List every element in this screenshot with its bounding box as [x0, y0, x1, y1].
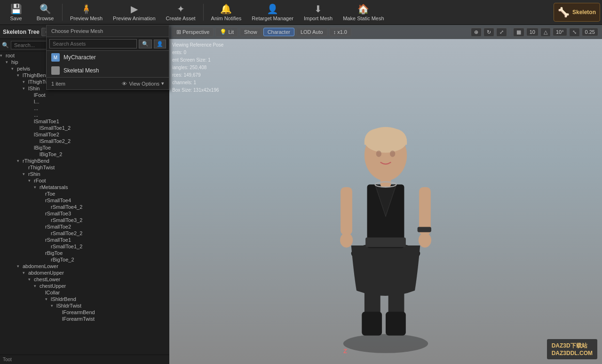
tree-item[interactable]: ▾rShin — [0, 171, 169, 177]
make-static-mesh-button[interactable]: 🏠 Make Static Mesh — [338, 1, 388, 24]
tree-item[interactable]: rSmallToe4_2 — [0, 204, 169, 210]
asset-item-skeletal-mesh[interactable]: Skeletal Mesh — [47, 64, 169, 77]
toolbar-divider-1 — [62, 4, 63, 21]
viewport-right-controls: ⊕ ↻ ⤢ ▦ 10 △ 10° — [467, 25, 602, 39]
tree-item[interactable]: lCollar — [0, 289, 169, 296]
lod-button[interactable]: LOD Auto — [296, 28, 327, 36]
tree-item-label: rSmallToe1_2 — [51, 244, 82, 249]
tree-expand-icon[interactable]: ▾ — [34, 284, 40, 288]
tree-item[interactable]: ▾rMetatarsals — [0, 184, 169, 190]
tree-item-label: rFoot — [34, 178, 46, 183]
browse-button[interactable]: 🔍 Browse — [31, 1, 59, 24]
anim-notifies-button[interactable]: 🔔 Anim Notifies — [206, 1, 246, 24]
tree-item[interactable]: lBigToe — [0, 144, 169, 151]
search-button[interactable]: 🔍 — [139, 40, 152, 48]
preview-animation-button[interactable]: ▶ Preview Animation — [108, 1, 160, 24]
tree-item[interactable]: rSmallToe3_2 — [0, 217, 169, 223]
tree-expand-icon[interactable]: ▾ — [23, 79, 28, 84]
tree-item[interactable]: ... — [0, 105, 169, 111]
tree-item[interactable]: lSmallToe2_2 — [0, 138, 169, 144]
tree-item[interactable]: lForearmTwist — [0, 316, 169, 322]
tree-item[interactable]: ▾chestUpper — [0, 283, 169, 289]
preview-mesh-button[interactable]: 🧍 Preview Mesh — [65, 1, 107, 24]
tree-item[interactable]: rToe — [0, 190, 169, 197]
grid-size-display[interactable]: 10 — [526, 28, 539, 36]
tree-expand-icon[interactable]: ▾ — [0, 53, 6, 58]
tree-item[interactable]: rSmallToe1_2 — [0, 243, 169, 250]
tree-item-label: ... — [34, 112, 38, 118]
search-user-button[interactable]: 👤 — [154, 40, 166, 48]
tree-item[interactable]: l... — [0, 98, 169, 105]
tree-expand-icon[interactable]: ▾ — [28, 277, 34, 282]
show-button[interactable]: Show — [240, 28, 261, 36]
import-mesh-button[interactable]: ⬇ Import Mesh — [299, 1, 337, 24]
tree-expand-icon[interactable]: ▾ — [34, 185, 40, 190]
tree-item[interactable]: rBigToe_2 — [0, 256, 169, 263]
tree-expand-icon[interactable]: ▾ — [23, 172, 28, 176]
tree-expand-icon[interactable]: ▾ — [17, 158, 23, 163]
tree-expand-icon[interactable]: ▾ — [11, 66, 17, 71]
tree-item[interactable]: ▾abdomenUpper — [0, 269, 169, 276]
tree-item[interactable]: ▾lShldrBend — [0, 296, 169, 302]
save-button[interactable]: 💾 Save — [2, 1, 30, 24]
tree-expand-icon[interactable]: ▾ — [23, 86, 28, 91]
perspective-button[interactable]: ⊞ Perspective — [172, 27, 214, 37]
tree-expand-icon[interactable]: ▾ — [45, 297, 51, 301]
retarget-manager-button[interactable]: 👤 Retarget Manager — [247, 1, 298, 24]
tree-item[interactable]: rSmallToe1 — [0, 237, 169, 243]
scale-button[interactable]: ↕ x1.0 — [329, 28, 351, 36]
angle-icon: △ — [544, 29, 547, 35]
tree-item[interactable]: lBigToe_2 — [0, 151, 169, 158]
rotate-button[interactable]: ↻ — [483, 28, 494, 37]
tree-expand-icon[interactable]: ▾ — [28, 178, 34, 183]
angle-button[interactable]: △ — [540, 28, 551, 37]
scale-value-display[interactable]: 0.25 — [582, 28, 598, 36]
asset-item-mycharacter[interactable]: M MyCharacter — [47, 51, 169, 64]
create-asset-button[interactable]: ✦ Create Asset — [161, 1, 200, 24]
tree-item[interactable]: lSmallToe1 — [0, 118, 169, 125]
tree-item-label: lCollar — [45, 290, 60, 295]
angle-size-display[interactable]: 10° — [553, 28, 567, 36]
grid-button[interactable]: ▦ — [513, 28, 524, 37]
tree-item[interactable]: rSmallToe4 — [0, 197, 169, 204]
tree-item-label: root — [6, 53, 15, 58]
tree-item-label: rThighTwist — [28, 165, 55, 170]
chevron-icon: ▾ — [161, 80, 164, 87]
preview-mesh-icon: 🧍 — [80, 3, 92, 15]
retarget-icon: 👤 — [267, 3, 278, 15]
viewport[interactable]: ⊞ Perspective 💡 Lit Show Character LOD A… — [169, 25, 602, 364]
view-options-button[interactable]: 👁 View Options ▾ — [122, 80, 164, 87]
tree-expand-icon[interactable]: ▾ — [6, 60, 11, 64]
info-line: iangles: 250,408 — [172, 64, 223, 71]
tree-expand-icon[interactable]: ▾ — [23, 270, 28, 275]
scale-ctrl-button[interactable]: ⤢ — [496, 28, 507, 37]
translate-button[interactable]: ⊕ — [471, 28, 482, 37]
tree-item[interactable]: rBigToe — [0, 250, 169, 256]
anim-notifies-icon: 🔔 — [220, 3, 232, 15]
tree-item[interactable]: lFoot — [0, 92, 169, 98]
tree-item[interactable]: lSmallToe1_2 — [0, 125, 169, 131]
tree-item[interactable]: lSmallToe2 — [0, 131, 169, 138]
tree-item[interactable]: ... — [0, 111, 169, 118]
tree-item[interactable]: ▾lShldrTwist — [0, 302, 169, 309]
tree-item-label: l... — [34, 99, 40, 104]
character-button[interactable]: Character — [263, 28, 294, 36]
tree-expand-icon[interactable]: ▾ — [17, 264, 23, 269]
toolbar-divider-2 — [203, 4, 204, 21]
tree-item[interactable]: rSmallToe2 — [0, 223, 169, 230]
tree-expand-icon[interactable]: ▾ — [17, 73, 23, 78]
asset-item-icon: M — [51, 53, 60, 62]
maximize-button[interactable]: ⤡ — [569, 28, 580, 37]
watermark: DAZ3D下载站 DAZ3DDL.COM — [547, 339, 597, 359]
tree-item[interactable]: rThighTwist — [0, 164, 169, 171]
tree-item[interactable]: rSmallToe3 — [0, 210, 169, 217]
tree-item[interactable]: ▾rThighBend — [0, 158, 169, 164]
tree-item[interactable]: ▾abdomenLower — [0, 263, 169, 269]
tree-item[interactable]: rSmallToe2_2 — [0, 230, 169, 237]
tree-item[interactable]: ▾rFoot — [0, 177, 169, 184]
tree-expand-icon[interactable]: ▾ — [51, 303, 56, 308]
lit-button[interactable]: 💡 Lit — [215, 27, 238, 37]
tree-item[interactable]: lForearmBend — [0, 309, 169, 316]
tree-item[interactable]: ▾chestLower — [0, 276, 169, 283]
search-input[interactable] — [49, 39, 137, 48]
